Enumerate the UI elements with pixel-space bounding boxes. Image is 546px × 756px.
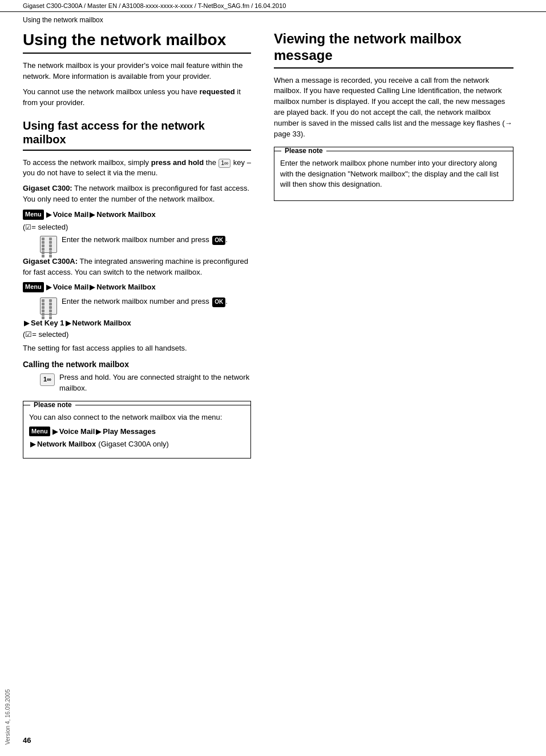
pn-body-right: Enter the network mailbox phone number i… [274, 155, 513, 201]
network-mailbox-label: Network Mailbox [96, 210, 155, 220]
right-title-rule [274, 67, 513, 69]
title-rule [23, 53, 251, 54]
pn-network-row: ▶ Network Mailbox (Gigaset C300A only) [29, 439, 245, 450]
key-1-icon: 1∞ [40, 373, 55, 386]
pn-title-right: Please note [281, 147, 326, 155]
gigaset-c300-para: Gigaset C300: The network mailbox is pre… [23, 183, 251, 205]
network-mailbox-label-3: Network Mailbox [72, 318, 131, 329]
menu-voice-mail-row-2: Menu ▶ Voice Mail ▶ Network Mailbox [23, 282, 251, 293]
voice-mail-label-2: Voice Mail [53, 282, 89, 293]
fast-access-applies: The setting for fast access applies to a… [23, 343, 251, 354]
pn-body-left: You can also connect to the network mail… [23, 409, 250, 459]
voice-mail-label: Voice Mail [53, 210, 89, 220]
please-note-box-left: Please note You can also connect to the … [23, 401, 251, 459]
gigaset-c300-label: Gigaset C300: [23, 184, 72, 192]
calling-row: 1∞ Press and hold. You are con­nected st… [40, 372, 251, 394]
set-key-row: ▶ Set Key 1 ▶ Network Mailbox [23, 318, 251, 329]
pn-menu-row: Menu ▶ Voice Mail ▶ Play Messages [29, 427, 245, 437]
pn-title-left: Please note [30, 401, 75, 409]
left-column: Using the network mailbox The network ma… [23, 31, 268, 465]
calling-subtitle: Calling the network mailbox [23, 360, 251, 369]
fast-access-intro: To access the network mailbox, simply pr… [23, 158, 251, 179]
section-label: Using the network mailbox [23, 16, 103, 24]
pn-title-row-right: Please note [274, 147, 513, 155]
fast-access-title: Using fast access for the network mailbo… [23, 119, 251, 146]
selected-row-1: (☑= selected) [23, 223, 251, 231]
right-title: Viewing the network mailbox message [274, 31, 513, 64]
network-mailbox-label-2: Network Mailbox [96, 282, 155, 293]
enter-number-row-1: Enter the network mailbox number and pre… [40, 235, 251, 253]
enter-number-text-2: Enter the network mailbox number and pre… [62, 296, 228, 307]
bold-requested: requested [200, 87, 235, 96]
keypad-icon-1 [40, 236, 57, 253]
main-title: Using the network mailbox [23, 31, 251, 49]
section-label-bar: Using the network mailbox [0, 12, 546, 25]
menu-tag-2: Menu [23, 282, 44, 292]
right-column: Viewing the network mailbox message When… [268, 31, 513, 465]
menu-tag: Menu [23, 210, 44, 220]
check-icon-2: ☑ [25, 330, 32, 339]
please-note-box-right: Please note Enter the network mailbox ph… [274, 147, 513, 202]
menu-voice-mail-row: Menu ▶ Voice Mail ▶ Network Mailbox [23, 210, 251, 220]
pn-voice-mail: Voice Mail [59, 427, 95, 437]
version-text: Version 4, 16.09.2005 [5, 689, 11, 745]
enter-number-text-1: Enter the network mailbox number and pre… [62, 235, 228, 246]
pn-text-right: Enter the network mailbox phone number i… [280, 158, 507, 191]
check-icon-1: ☑ [25, 223, 31, 231]
right-para-1: When a message is recorded, you receive … [274, 75, 513, 140]
pn-title-row-left: Please note [23, 401, 250, 409]
pn-play-messages: Play Messages [103, 427, 156, 437]
gigaset-c300a-para: Gigaset C300A: The integrated answering … [23, 256, 251, 278]
header-text: Gigaset C300-C300A / Master EN / A31008-… [23, 2, 286, 9]
calling-text: Press and hold. You are con­nected strai… [59, 372, 251, 394]
page-number: 46 [23, 736, 31, 745]
ok-badge-2: OK [212, 297, 225, 307]
pn-network-mailbox: Network Mailbox [37, 439, 96, 450]
gigaset-c300a-label: Gigaset C300A: [23, 257, 78, 266]
fast-access-rule [23, 150, 251, 151]
set-key-label: Set Key 1 [31, 318, 64, 329]
page-header: Gigaset C300-C300A / Master EN / A31008-… [0, 0, 546, 12]
key-1-inline: 1∞ [219, 159, 230, 168]
page-footer: 46 [23, 736, 31, 745]
intro-para-1: The network mailbox is your provider's v… [23, 61, 251, 82]
selected-row-2: (☑= selected) [23, 330, 251, 339]
intro-para-2: You cannot use the network mailbox unles… [23, 87, 251, 108]
ok-badge-1: OK [212, 236, 225, 246]
pn-gigaset-only: (Gigaset C300A only) [98, 439, 169, 450]
pn-menu-tag: Menu [29, 427, 50, 437]
pn-text-left: You can also connect to the network mail… [29, 412, 245, 423]
keypad-icon-2 [40, 297, 57, 315]
enter-number-row-2: Enter the network mailbox number and pre… [40, 296, 251, 315]
